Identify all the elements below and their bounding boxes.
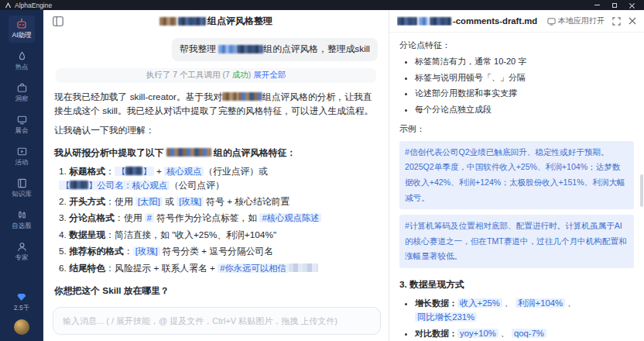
assistant-heading: 你想把这个 Skill 放在哪里？ [54, 284, 378, 298]
inline-tag: [太阳] [135, 197, 163, 206]
sidebar-item-label: 洞察 [15, 95, 29, 104]
sidebar-item-label: 自选股 [12, 222, 32, 231]
assistant-paragraph: 让我确认一下我的理解： [54, 124, 378, 138]
chat-message-area[interactable]: 帮我整理 组的点评风格，整理成skill 执行了 7 个工具调用 (7 成功) … [43, 32, 389, 304]
redacted-text [125, 167, 142, 175]
redacted-text [238, 92, 262, 101]
user-avatar[interactable] [14, 319, 29, 335]
sidebar-item-activities[interactable]: 活动 [12, 143, 32, 170]
list-item: 标签简洁有力，通常 10-20 字 [415, 55, 634, 68]
chat-header: 组点评风格整理 [43, 10, 389, 32]
sidebar-item-label: 活动 [15, 158, 29, 167]
minimize-icon[interactable] [594, 5, 600, 5]
external-app-icon [547, 17, 556, 26]
doc-data-list: 增长数据：收入+25% 、 利润+104% 、 同比增长231% 对比数据：yo… [415, 297, 634, 341]
list-item: 对比数据：yoy+10% 、 qoq-7% [415, 327, 634, 341]
inline-tag: [玫瑰] [176, 197, 204, 206]
list-item: 论述部分用数据和事实支撑 [415, 87, 634, 100]
scrollbar-thumb[interactable] [640, 174, 643, 207]
user-message-bubble: 帮我整理 组的点评风格，整理成skill [172, 38, 378, 61]
success-count: 成功 [232, 70, 248, 79]
redacted-text [289, 264, 318, 272]
redacted-text [397, 17, 417, 26]
list-item: 开头方式：使用 [太阳] 或 [玫瑰] 符号 + 核心结论前置 [59, 195, 378, 209]
document-content[interactable]: 分论点特征： 标签简洁有力，通常 10-20 字 标签与说明用顿号「、」分隔 论… [389, 33, 644, 341]
list-item: 每个分论点独立成段 [415, 103, 634, 116]
list-item: 推荐标的格式：[玫瑰] 符号分类 + 逗号分隔公司名 [59, 245, 378, 259]
sidebar-item-label: AI助理 [12, 31, 31, 40]
maximize-icon[interactable] [612, 3, 617, 8]
redacted-text [166, 148, 211, 157]
redacted-text [419, 17, 428, 26]
expand-all-link[interactable]: 展开全部 [253, 70, 286, 79]
tool-call-banner: 执行了 7 个工具调用 (7 成功) 展开全部 [56, 68, 376, 83]
media-icon [16, 146, 28, 157]
conversation-title: 组点评风格整理 [159, 15, 272, 28]
redacted-text [178, 17, 206, 26]
redacted-text [222, 92, 238, 101]
sidebar-item-watchlist[interactable]: 自选股 [9, 207, 35, 233]
inline-tag: 利润+104% [516, 298, 565, 308]
skill-location-list: 全局 Skill 目录（所有项目都能用） 当前项目目录（只在这个项目用） [73, 302, 378, 304]
inline-tag: 【】 [115, 167, 154, 176]
sidebar-item-label: 专家 [15, 253, 29, 263]
document-header: -comments-draft.md 本地应用打开 [389, 10, 644, 33]
inline-tag: 收入+25% [457, 298, 502, 308]
redacted-text [218, 45, 237, 53]
doc-feature-list: 标签简洁有力，通常 10-20 字 标签与说明用顿号「、」分隔 论述部分用数据和… [415, 55, 634, 116]
candlestick-icon [16, 209, 28, 221]
document-filename: -comments-draft.md [397, 16, 537, 26]
open-in-local-app-button[interactable]: 本地应用打开 [547, 16, 605, 26]
inline-tag: # [145, 213, 154, 222]
sidebar-item-knowledge-base[interactable]: 知识库 [9, 175, 35, 202]
app-title: AlphaEngine [15, 2, 52, 9]
person-icon [16, 241, 28, 253]
list-item: 标签与说明用顿号「、」分隔 [415, 71, 634, 84]
redacted-text [237, 45, 263, 53]
doc-section-heading: 3. 数据呈现方式 [399, 277, 634, 291]
doc-example-block: #信创代表公司Q2业绩已触底回升、稳定性或好于预期。2025Q2单季度，中国软件… [399, 141, 634, 209]
sidebar-item-ai-assistant[interactable]: AI助理 [9, 16, 34, 43]
doc-example-label: 示例： [399, 122, 634, 136]
monitor-icon [16, 114, 28, 126]
flame-icon [16, 50, 28, 62]
sidebar-item-morning-meeting[interactable]: 晨会 [12, 112, 32, 138]
style-feature-list: 标题格式：【】 + 核心观点（行业点评）或 【】公司名：核心观点（公司点评） 开… [59, 165, 378, 276]
app-logo-icon [5, 2, 12, 9]
inline-tag: 同比增长231% [415, 312, 477, 322]
redacted-text [430, 17, 451, 26]
tool-call-summary: 执行了 7 个工具调用 (7 成功) 展开全部 [146, 69, 286, 81]
list-item: 结尾特色：风险提示 + 联系人署名 + #你永远可以相信 [59, 262, 378, 276]
inline-tag: yoy+10% [457, 329, 498, 338]
sidebar-item-experts[interactable]: 专家 [12, 239, 32, 265]
sidebar-item-insight[interactable]: 洞察 [12, 80, 32, 106]
inline-tag: #核心观点陈述 [259, 213, 321, 222]
close-panel-icon[interactable] [629, 17, 636, 25]
sidebar-item-hotspots[interactable]: 热点 [12, 48, 32, 74]
open-in-local-app-label: 本地应用打开 [558, 16, 605, 26]
app-window: AlphaEngine AI助理 [0, 0, 644, 341]
inline-tag: qoq-7% [512, 329, 546, 338]
list-item: 全局 Skill 目录（所有项目都能用） [73, 302, 378, 304]
message-input[interactable]: 输入消息... ( / 展开技能，@ 提及文件，Ctrl+V 粘贴图片，拖拽 上… [53, 307, 381, 335]
close-window-icon[interactable] [629, 2, 635, 8]
sidebar-footer: 2.5千 [14, 293, 29, 341]
inline-tag: [玫瑰] [133, 246, 160, 256]
sidebar-toggle-icon[interactable] [53, 16, 63, 26]
list-item: 分论点格式：使用 # 符号作为分论点标签，如 #核心观点陈述 [59, 212, 378, 226]
list-item: 增长数据：收入+25% 、 利润+104% 、 同比增长231% [415, 297, 634, 324]
doc-example-block: #计算机筹码及位置相对底部、配置进行时。计算机虽属于AI的核心赛道之一，但在TM… [399, 215, 634, 268]
expand-icon[interactable] [612, 17, 621, 26]
list-item: 标题格式：【】 + 核心观点（行业点评）或 【】公司名：核心观点（公司点评） [59, 165, 378, 193]
inline-tag: 核心观点 [164, 167, 204, 176]
sidebar-item-label: 晨会 [15, 126, 29, 136]
list-item: 数据呈现：简洁直接，如 "收入+25%、利润+104%" [59, 229, 378, 243]
sidebar-item-label: 知识库 [12, 190, 32, 199]
briefcase-icon [16, 82, 28, 94]
inline-tag: #你永远可以相信 [218, 264, 288, 273]
sidebar-item-label: 热点 [15, 63, 29, 72]
document-panel: -comments-draft.md 本地应用打开 [389, 10, 644, 341]
assistant-paragraph: 现在我已经加载了 skill-creator。基于我对组点评风格的分析，让我直接… [54, 91, 378, 119]
sidebar: AI助理 热点 洞察 晨会 [0, 10, 43, 341]
points-balance: 2.5千 [14, 304, 29, 313]
